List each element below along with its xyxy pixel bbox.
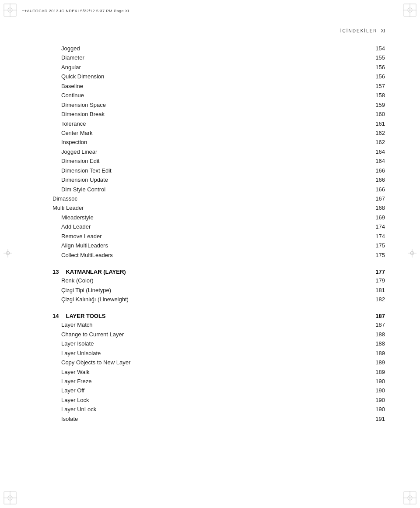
toc-entry: Center Mark162 <box>52 128 385 138</box>
entry-page: 154 <box>368 44 385 53</box>
entry-label: Layer Off <box>52 386 84 395</box>
toc-entry: Continue158 <box>52 91 385 100</box>
toc-entry: Diameter155 <box>52 53 385 62</box>
toc-entry: Layer Unisolate189 <box>52 349 385 358</box>
page-title-text: İÇİNDEKİLER <box>340 28 378 33</box>
entry-label: Renk (Color) <box>52 276 94 285</box>
entry-page: 175 <box>368 241 385 250</box>
entry-label: Add Leader <box>52 222 91 231</box>
toc-entry: Dim Style Control166 <box>52 185 385 194</box>
reg-mark-top-left <box>4 4 17 17</box>
entry-page: 166 <box>368 166 385 175</box>
toc-entry: Renk (Color)179 <box>52 276 385 285</box>
entry-page: 157 <box>368 81 385 91</box>
toc-entry: Add Leader174 <box>52 222 385 231</box>
entry-page: 161 <box>368 119 385 128</box>
page-title-area: İÇİNDEKİLER XI <box>340 28 385 33</box>
entry-page: 162 <box>368 128 385 138</box>
entry-label: Dimassoc <box>52 194 77 203</box>
entry-page: 168 <box>368 203 385 212</box>
entry-page: 188 <box>368 339 385 348</box>
center-mark-left <box>4 249 12 259</box>
entry-label: Diameter <box>52 53 84 62</box>
toc-entry: Mleaderstyle169 <box>52 213 385 222</box>
toc-entry: Angular156 <box>52 63 385 72</box>
toc-entry: Align MultiLeaders175 <box>52 241 385 250</box>
entry-page: 179 <box>368 276 385 285</box>
entry-label: Layer Unisolate <box>52 349 101 358</box>
page-number-header: XI <box>381 28 385 33</box>
entry-page: 156 <box>368 72 385 81</box>
entry-page: 166 <box>368 185 385 194</box>
toc-entry: Jogged154 <box>52 44 385 53</box>
entry-page: 156 <box>368 63 385 72</box>
entry-page: 164 <box>368 156 385 166</box>
toc-entry: Tolerance161 <box>52 119 385 128</box>
reg-mark-bottom-left <box>4 491 17 504</box>
entry-page: 189 <box>368 349 385 358</box>
page-container: ++AUTOCAD 2013-ICINDEKI 5/22/12 5:37 PM … <box>0 0 420 508</box>
entry-page: 190 <box>368 405 385 414</box>
entry-page: 182 <box>368 295 385 304</box>
entry-page: 162 <box>368 138 385 147</box>
toc-entry: Jogged Linear164 <box>52 147 385 156</box>
entry-label: Layer Match <box>52 320 93 329</box>
entry-label: Jogged Linear <box>52 147 97 156</box>
page-header: ++AUTOCAD 2013-ICINDEKI 5/22/12 5:37 PM … <box>22 4 398 18</box>
entry-label: Mleaderstyle <box>52 213 94 222</box>
toc-entry: Dimassoc167 <box>52 194 385 203</box>
center-mark-right <box>408 249 416 259</box>
entry-label: Çizgi Kalınlığı (Lineweight) <box>52 295 129 304</box>
toc-entry: Dimension Space159 <box>52 100 385 109</box>
toc-entry: Layer Freze190 <box>52 377 385 386</box>
entry-label: Change to Current Layer <box>52 330 124 339</box>
entry-page: 175 <box>368 250 385 260</box>
entry-label: Jogged <box>52 44 80 53</box>
entry-label: Isolate <box>52 414 78 423</box>
content-area: Jogged154Diameter155Angular156Quick Dime… <box>52 44 385 423</box>
toc-entry: Dimension Text Edit166 <box>52 166 385 175</box>
toc-entry: Çizgi Kalınlığı (Lineweight)182 <box>52 295 385 304</box>
toc-entry: Dimension Break160 <box>52 109 385 119</box>
entry-label: Center Mark <box>52 128 93 138</box>
entry-label: Angular <box>52 63 81 72</box>
page-inner: ++AUTOCAD 2013-ICINDEKI 5/22/12 5:37 PM … <box>0 0 420 508</box>
entry-label: Remove Leader <box>52 232 102 241</box>
entry-page: 187 <box>368 320 385 329</box>
section-number: 14 <box>52 313 59 319</box>
section-header: 13KATMANLAR (LAYER)177 <box>52 268 385 275</box>
entry-page: 160 <box>368 109 385 119</box>
section-number: 13 <box>52 268 59 275</box>
entry-page: 164 <box>368 147 385 156</box>
entry-page: 169 <box>368 213 385 222</box>
entry-label: Multi Leader <box>52 203 84 212</box>
entry-label: Layer Isolate <box>52 339 94 348</box>
entry-label: Dim Style Control <box>52 185 105 194</box>
entry-label: Align MultiLeaders <box>52 241 108 250</box>
entry-page: 167 <box>368 194 385 203</box>
entry-label: Layer Lock <box>52 395 89 405</box>
toc-entry: Inspection162 <box>52 138 385 147</box>
entry-label: Dimension Space <box>52 100 106 109</box>
entry-page: 190 <box>368 395 385 405</box>
toc-entry: Collect MultiLeaders175 <box>52 250 385 260</box>
entry-page: 181 <box>368 286 385 295</box>
toc-entry: Remove Leader174 <box>52 232 385 241</box>
entry-page: 189 <box>368 367 385 377</box>
toc-entry: Copy Objects to New Layer189 <box>52 358 385 367</box>
header-text: ++AUTOCAD 2013-ICINDEKI 5/22/12 5:37 PM … <box>22 9 129 13</box>
entry-label: Dimension Text Edit <box>52 166 112 175</box>
entry-page: 190 <box>368 377 385 386</box>
toc-entry: Layer Off190 <box>52 386 385 395</box>
toc-entry: Layer UnLock190 <box>52 405 385 414</box>
entry-page: 174 <box>368 232 385 241</box>
toc-entry: Layer Match187 <box>52 320 385 329</box>
toc-entry: Çizgi Tipi (Linetype)181 <box>52 286 385 295</box>
entry-label: Dimension Update <box>52 175 108 184</box>
reg-mark-top-right <box>403 4 416 17</box>
entry-page: 191 <box>368 414 385 423</box>
entry-label: Layer Walk <box>52 367 90 377</box>
entry-page: 159 <box>368 100 385 109</box>
toc-entry: Layer Walk189 <box>52 367 385 377</box>
entry-label: Dimension Edit <box>52 156 99 166</box>
